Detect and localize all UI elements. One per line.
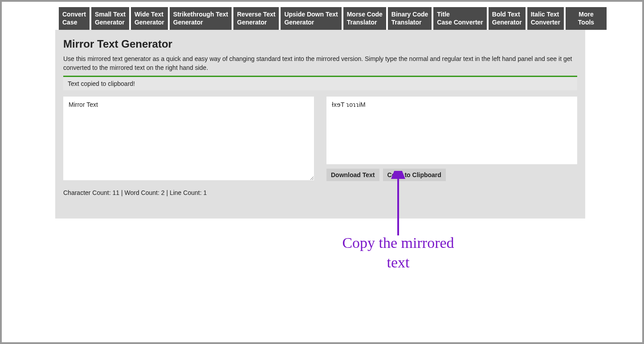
notice-text: Text copied to clipboard! [68, 80, 135, 87]
nav-wide-text[interactable]: Wide TextGenerator [131, 7, 168, 30]
input-textarea[interactable] [63, 97, 314, 180]
page-description: Use this mirrored text generator as a qu… [63, 55, 577, 72]
nav-convert-case[interactable]: ConvertCase [59, 7, 90, 30]
nav-bar: ConvertCase Small TextGenerator Wide Tex… [2, 2, 642, 30]
nav-bold-text[interactable]: Bold TextGenerator [489, 7, 526, 30]
counts-text: Character Count: 11 | Word Count: 2 | Li… [63, 189, 314, 196]
nav-small-text[interactable]: Small TextGenerator [91, 7, 129, 30]
nav-italic-text[interactable]: Italic TextConverter [527, 7, 564, 30]
download-button[interactable]: Download Text [326, 169, 379, 181]
panels: Character Count: 11 | Word Count: 2 | Li… [63, 97, 577, 196]
input-panel: Character Count: 11 | Word Count: 2 | Li… [63, 97, 314, 196]
annotation-text: Copy the mirrored text [331, 233, 465, 272]
copy-button[interactable]: Copy to Clipboard [383, 169, 446, 181]
nav-title-case[interactable]: TitleCase Converter [433, 7, 487, 30]
output-textarea[interactable]: ƚxɘT ɿoɿɿiM [326, 97, 577, 164]
nav-strikethrough[interactable]: Strikethrough TextGenerator [170, 7, 232, 30]
nav-binary-code[interactable]: Binary CodeTranslator [388, 7, 432, 30]
nav-reverse-text[interactable]: Reverse TextGenerator [233, 7, 279, 30]
output-panel: ƚxɘT ɿoɿɿiM Download Text Copy to Clipbo… [326, 97, 577, 196]
nav-more-tools[interactable]: MoreTools [566, 7, 607, 30]
main-panel: Mirror Text Generator Use this mirrored … [55, 30, 585, 219]
button-row: Download Text Copy to Clipboard [326, 169, 577, 181]
nav-morse-code[interactable]: Morse CodeTranslator [343, 7, 386, 30]
notice-bar: Text copied to clipboard! [63, 76, 577, 90]
page-title: Mirror Text Generator [63, 38, 577, 50]
nav-upside-down[interactable]: Upside Down TextGenerator [281, 7, 341, 30]
